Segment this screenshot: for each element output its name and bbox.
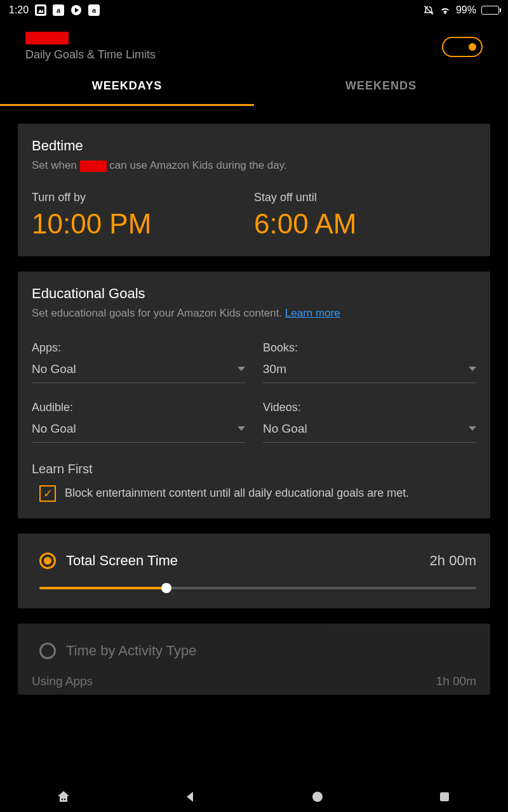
chevron-down-icon xyxy=(469,426,476,431)
tabs: WEEKDAYS WEEKENDS xyxy=(0,68,508,106)
profile-name-redacted-inline xyxy=(80,160,107,172)
activity-type-label: Time by Activity Type xyxy=(66,643,476,659)
svg-point-5 xyxy=(62,799,63,800)
total-screen-time-value: 2h 00m xyxy=(430,553,476,569)
screen-time-slider[interactable] xyxy=(39,587,476,589)
svg-marker-7 xyxy=(187,792,193,802)
videos-label: Videos: xyxy=(263,401,476,414)
tab-weekdays[interactable]: WEEKDAYS xyxy=(0,68,254,106)
activity-type-card: Time by Activity Type Using Apps 1h 00m xyxy=(18,624,490,695)
image-icon xyxy=(35,4,46,16)
books-select[interactable]: 30m xyxy=(263,362,476,383)
battery-icon xyxy=(481,6,499,15)
svg-rect-9 xyxy=(440,792,449,801)
audible-label: Audible: xyxy=(32,401,245,414)
videos-select[interactable]: No Goal xyxy=(263,422,476,443)
recent-button[interactable] xyxy=(436,788,453,806)
learn-first-desc: Block entertainment content until all da… xyxy=(65,487,409,500)
amazon-icon: a xyxy=(53,4,64,16)
learn-first-title: Learn First xyxy=(32,462,476,476)
chevron-down-icon xyxy=(469,367,476,371)
svg-point-8 xyxy=(312,792,323,802)
stay-off-label: Stay off until xyxy=(254,191,476,204)
home-button[interactable] xyxy=(55,788,72,806)
bedtime-card: Bedtime Set when can use Amazon Kids dur… xyxy=(18,124,490,256)
wifi-icon xyxy=(439,4,451,16)
bedtime-title: Bedtime xyxy=(32,138,476,154)
play-icon xyxy=(70,4,82,16)
stay-off-time: 6:00 AM xyxy=(254,208,476,240)
books-label: Books: xyxy=(263,341,476,355)
chevron-down-icon xyxy=(237,367,245,371)
slider-thumb[interactable] xyxy=(161,583,171,593)
amazon-icon-2: a xyxy=(88,4,100,16)
activity-type-radio[interactable] xyxy=(39,643,56,659)
dnd-icon xyxy=(423,4,434,16)
turn-off-by[interactable]: Turn off by 10:00 PM xyxy=(32,191,254,240)
total-screen-time-label: Total Screen Time xyxy=(66,553,420,569)
audible-select[interactable]: No Goal xyxy=(32,422,245,443)
page-subtitle: Daily Goals & Time Limits xyxy=(25,48,156,62)
check-icon: ✓ xyxy=(43,488,53,499)
system-nav-bar xyxy=(0,782,508,812)
chevron-down-icon xyxy=(237,426,245,431)
turn-off-label: Turn off by xyxy=(32,191,254,204)
page-header: Daily Goals & Time Limits xyxy=(0,20,508,68)
apps-label: Apps: xyxy=(32,341,245,355)
bedtime-desc: Set when can use Amazon Kids during the … xyxy=(32,158,476,173)
status-bar: 1:20 a a 99% xyxy=(0,0,508,20)
overview-button[interactable] xyxy=(309,788,326,806)
learn-more-link[interactable]: Learn more xyxy=(285,307,340,319)
status-time: 1:20 xyxy=(9,4,29,16)
profile-name-redacted xyxy=(25,32,69,44)
using-apps-value: 1h 00m xyxy=(436,674,476,688)
battery-percent: 99% xyxy=(456,4,476,16)
learn-first-checkbox[interactable]: ✓ xyxy=(39,485,56,502)
stay-off-until[interactable]: Stay off until 6:00 AM xyxy=(254,191,476,240)
apps-select[interactable]: No Goal xyxy=(32,362,245,383)
goals-desc: Set educational goals for your Amazon Ki… xyxy=(32,306,476,321)
tab-weekends[interactable]: WEEKENDS xyxy=(254,68,508,106)
goals-title: Educational Goals xyxy=(32,285,476,302)
using-apps-label: Using Apps xyxy=(32,674,93,688)
turn-off-time: 10:00 PM xyxy=(32,208,254,240)
screen-time-card: Total Screen Time 2h 00m xyxy=(18,534,490,608)
svg-point-6 xyxy=(64,799,65,800)
back-button[interactable] xyxy=(182,788,199,806)
total-screen-time-radio[interactable] xyxy=(39,553,56,569)
master-toggle[interactable] xyxy=(442,37,483,57)
educational-goals-card: Educational Goals Set educational goals … xyxy=(18,272,490,518)
